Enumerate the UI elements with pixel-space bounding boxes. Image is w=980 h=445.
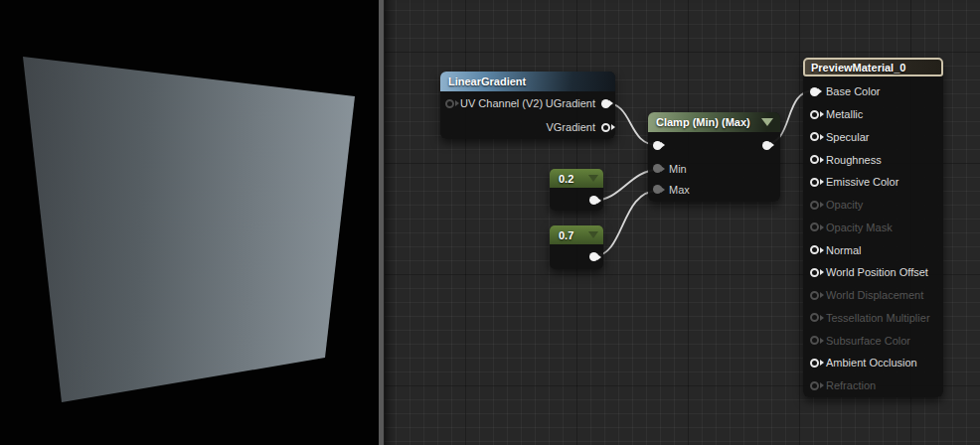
constant-output-pin[interactable] — [589, 196, 598, 205]
input-pin-emissive-color[interactable] — [810, 178, 819, 187]
node-graph-canvas[interactable]: LinearGradient UV Channel (V2) UGradient… — [385, 0, 980, 445]
material-input-row: Ambient Occlusion — [803, 352, 943, 374]
material-input-label: Roughness — [826, 154, 882, 166]
clamp-max-label: Max — [669, 184, 690, 196]
input-pin-ambient-occlusion[interactable] — [810, 359, 819, 368]
material-input-row: Emissive Color — [803, 171, 943, 194]
input-pin-base-color[interactable] — [810, 87, 819, 96]
material-input-row: Opacity Mask — [803, 217, 943, 239]
input-pin-specular[interactable] — [810, 132, 819, 141]
material-input-label: Opacity — [826, 199, 863, 211]
output-label-ugradient: UGradient — [546, 97, 595, 109]
preview-mesh — [0, 0, 379, 445]
material-input-label: Specular — [826, 131, 869, 143]
material-input-label: Ambient Occlusion — [826, 357, 917, 369]
output-pin-vgradient[interactable] — [601, 123, 610, 132]
clamp-max-pin[interactable] — [653, 185, 662, 194]
node-title: PreviewMaterial_0 — [805, 62, 905, 74]
collapse-triangle-icon[interactable] — [761, 118, 773, 126]
input-pin-opacity-mask[interactable] — [810, 222, 819, 231]
clamp-min-pin[interactable] — [653, 164, 662, 173]
input-pin-world-displacement[interactable] — [810, 291, 819, 300]
material-input-label: Normal — [826, 244, 861, 256]
node-header: PreviewMaterial_0 — [803, 58, 943, 76]
material-input-row: Metallic — [803, 103, 943, 126]
input-pin-opacity[interactable] — [810, 201, 819, 210]
node-clamp[interactable]: Clamp (Min) (Max) Min Max — [648, 112, 780, 202]
clamp-input-pin[interactable] — [653, 141, 662, 150]
clamp-output-pin[interactable] — [762, 141, 771, 150]
node-constant-0.2[interactable]: 0.2 — [550, 169, 603, 211]
material-input-label: Tessellation Multiplier — [826, 312, 930, 324]
node-row: Max — [648, 179, 780, 200]
material-input-label: World Position Offset — [826, 266, 928, 278]
node-row — [648, 132, 780, 158]
node-title: LinearGradient — [440, 75, 526, 87]
material-input-label: Emissive Color — [826, 176, 898, 188]
input-pin-tessellation-multiplier[interactable] — [810, 313, 819, 322]
node-linear-gradient[interactable]: LinearGradient UV Channel (V2) UGradient… — [440, 72, 615, 139]
collapse-triangle-icon[interactable] — [588, 231, 598, 238]
node-header: 0.2 — [550, 169, 603, 188]
input-pin-subsurface-color[interactable] — [810, 336, 819, 345]
input-label-uv-channel: UV Channel (V2) — [460, 97, 543, 109]
node-row: Min — [648, 158, 780, 179]
material-input-row: Specular — [803, 126, 943, 149]
node-header: LinearGradient — [440, 72, 615, 91]
node-row: UV Channel (V2) UGradient — [440, 91, 615, 115]
material-input-row: Tessellation Multiplier — [803, 307, 943, 330]
material-input-row: Opacity — [803, 194, 943, 217]
input-pin-normal[interactable] — [810, 245, 819, 254]
input-pin-roughness[interactable] — [810, 155, 819, 164]
preview-viewport[interactable] — [0, 0, 379, 445]
material-input-label: Opacity Mask — [826, 222, 893, 233]
input-pin-world-position-offset[interactable] — [810, 268, 819, 277]
material-input-row: Roughness — [803, 148, 943, 171]
output-label-vgradient: VGradient — [546, 121, 595, 133]
node-title: Clamp (Min) (Max) — [648, 116, 750, 128]
input-pin-uv-channel[interactable] — [445, 99, 454, 108]
material-input-label: World Displacement — [826, 289, 923, 301]
material-input-row: Base Color — [803, 80, 943, 103]
material-editor: LinearGradient UV Channel (V2) UGradient… — [0, 0, 980, 445]
output-pin-ugradient[interactable] — [601, 99, 610, 108]
material-input-row: Normal — [803, 238, 943, 261]
material-input-label: Refraction — [826, 379, 876, 391]
input-pin-refraction[interactable] — [810, 381, 819, 390]
material-input-row: Refraction — [803, 374, 943, 397]
constant-output-pin[interactable] — [589, 252, 598, 261]
constant-value: 0.7 — [550, 229, 573, 241]
material-input-label: Base Color — [826, 85, 880, 97]
material-input-row: Subsurface Color — [803, 329, 943, 352]
input-pin-metallic[interactable] — [810, 110, 819, 119]
node-header: Clamp (Min) (Max) — [648, 112, 780, 132]
material-input-row: World Position Offset — [803, 261, 943, 284]
material-input-row: World Displacement — [803, 284, 943, 307]
preview-material-inputs: Base ColorMetallicSpecularRoughnessEmiss… — [803, 76, 943, 397]
constant-value: 0.2 — [550, 173, 573, 185]
node-constant-0.7[interactable]: 0.7 — [550, 225, 603, 269]
collapse-triangle-icon[interactable] — [588, 175, 598, 182]
node-preview-material[interactable]: PreviewMaterial_0 Base ColorMetallicSpec… — [803, 58, 943, 397]
node-header: 0.7 — [550, 225, 603, 244]
material-input-label: Subsurface Color — [826, 335, 910, 347]
clamp-min-label: Min — [669, 163, 687, 175]
material-input-label: Metallic — [826, 108, 863, 120]
node-row: VGradient — [440, 115, 615, 139]
